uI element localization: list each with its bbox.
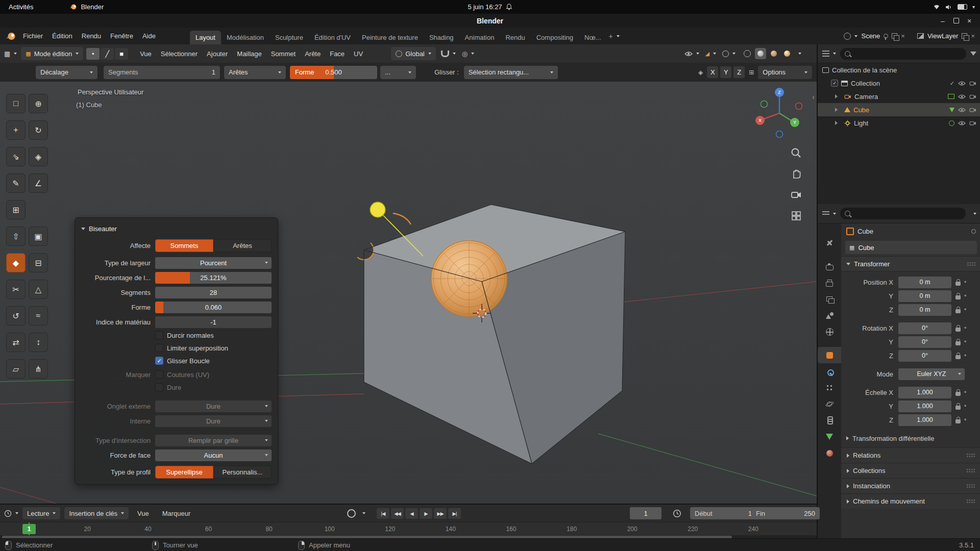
camera-data-icon[interactable]: [948, 94, 954, 99]
mark-sharp-row[interactable]: Dure: [155, 382, 272, 393]
workspace-tab[interactable]: Peinture de texture: [356, 31, 424, 44]
viewport-menu-item[interactable]: Face: [325, 48, 349, 59]
animate-dot-icon[interactable]: •: [964, 416, 966, 423]
workspace-tab[interactable]: Nœ...: [579, 31, 607, 44]
transform-value-field[interactable]: 0°: [898, 350, 951, 362]
light-object-row[interactable]: Light: [818, 116, 980, 130]
render-camera-icon[interactable]: [969, 107, 976, 113]
clock-menu[interactable]: 5 juin 16:27: [468, 3, 512, 11]
tool-button[interactable]: △: [29, 280, 48, 299]
panel-grip[interactable]: [966, 484, 975, 488]
lock-icon[interactable]: [955, 341, 961, 345]
transform-value-field[interactable]: 1.000: [898, 414, 951, 426]
unlink-scene-icon[interactable]: ×: [901, 32, 905, 40]
use-preview-range-icon[interactable]: [673, 509, 681, 518]
tool-button[interactable]: ✂: [6, 280, 26, 299]
filter-icon[interactable]: [970, 52, 976, 56]
timeline-marker-menu[interactable]: Marqueur: [158, 508, 195, 519]
lock-icon[interactable]: [955, 295, 961, 299]
properties-section-header[interactable]: Chemins de mouvement: [841, 493, 980, 509]
axis-z-toggle[interactable]: Z: [733, 66, 745, 78]
viewport[interactable]: X Y Z Perspective Utilisateur (1) Cube ‹…: [0, 82, 817, 504]
profile-superellipse-button[interactable]: Superellipse: [155, 466, 213, 479]
tool-button[interactable]: ▱: [6, 359, 26, 379]
viewport-menu-item[interactable]: Sommet: [266, 48, 300, 59]
loop-slide-row[interactable]: ✓Glisser Boucle: [155, 355, 272, 366]
tool-button[interactable]: ≈: [29, 306, 48, 325]
width-type-dropdown[interactable]: Pourcent: [155, 257, 272, 269]
tool-button[interactable]: ⊟: [29, 253, 48, 272]
transform-value-field[interactable]: 1.000: [898, 387, 951, 398]
remove-viewlayer-icon[interactable]: ×: [971, 32, 975, 40]
collection-row[interactable]: ✓ Collection ✓: [818, 77, 980, 90]
shading-solid-button[interactable]: [755, 48, 766, 59]
window-titlebar[interactable]: Blender – ×: [0, 14, 980, 28]
bevel-panel-header[interactable]: Biseauter: [81, 222, 272, 235]
transport-button[interactable]: ▶▶: [434, 508, 447, 519]
timeline-ruler[interactable]: 20406080100120140160180200220240 1: [0, 522, 817, 536]
harden-normals-row[interactable]: Durcir normales: [155, 330, 272, 341]
hide-eye-icon[interactable]: [958, 81, 966, 86]
decalage-dropdown[interactable]: Décalage: [36, 66, 97, 79]
face-strength-dropdown[interactable]: Aucun: [155, 449, 272, 461]
animate-dot-icon[interactable]: •: [964, 403, 966, 410]
cube-object[interactable]: [354, 205, 625, 464]
mark-seams-checkbox[interactable]: [155, 370, 163, 379]
transport-button[interactable]: |◀: [377, 508, 389, 519]
workspace-tab[interactable]: Sculpture: [270, 31, 309, 44]
camera-object-row[interactable]: Camera: [818, 90, 980, 103]
edge-select-button[interactable]: ╱: [101, 48, 114, 60]
lock-icon[interactable]: [955, 392, 961, 396]
material-index-field[interactable]: -1: [155, 316, 272, 328]
transform-value-field[interactable]: 0 m: [898, 290, 951, 302]
transform-value-field[interactable]: 0°: [898, 322, 951, 334]
workspace-tab[interactable]: Édition d'UV: [309, 31, 356, 44]
render-camera-icon[interactable]: [969, 94, 976, 99]
properties-section-header[interactable]: Instanciation: [841, 478, 980, 493]
hide-eye-icon[interactable]: [958, 120, 966, 126]
activities-button[interactable]: Activités: [4, 2, 38, 12]
tab-tool[interactable]: [818, 235, 841, 251]
transport-button[interactable]: ▶|: [448, 508, 461, 519]
animate-dot-icon[interactable]: •: [964, 352, 966, 359]
face-select-button[interactable]: ■: [115, 48, 128, 60]
visibility-dropdown[interactable]: [684, 51, 699, 57]
workspace-tab[interactable]: Animation: [459, 31, 500, 44]
miter-inner-dropdown[interactable]: Dure: [155, 415, 272, 427]
transform-orientation-selector[interactable]: Global: [391, 47, 436, 60]
lock-icon[interactable]: [955, 406, 961, 410]
shading-wireframe-button[interactable]: [742, 48, 753, 59]
expand-icon[interactable]: [835, 108, 838, 112]
app-menu-item[interactable]: Édition: [47, 31, 77, 41]
focused-app-indicator[interactable]: Blender: [69, 3, 104, 11]
forme-slider[interactable]: Forme 0.500: [290, 66, 377, 79]
outliner-search-input[interactable]: [840, 48, 966, 60]
shape-slider[interactable]: 0.060: [155, 302, 272, 313]
tool-button[interactable]: ↺: [6, 306, 26, 325]
panel-grip[interactable]: [966, 499, 975, 504]
transform-value-field[interactable]: Euler XYZ: [898, 368, 965, 380]
tab-material[interactable]: [818, 445, 841, 461]
snap-target-icon[interactable]: ⊞: [749, 69, 754, 76]
pin-id-icon[interactable]: [971, 228, 976, 235]
tool-button[interactable]: ↻: [29, 120, 48, 140]
new-scene-icon[interactable]: [892, 33, 897, 39]
tab-constraints[interactable]: [818, 412, 841, 429]
tool-button[interactable]: ◈: [29, 147, 48, 166]
proportional-editing-button[interactable]: ◎: [462, 50, 474, 58]
vertex-select-button[interactable]: •: [86, 48, 100, 60]
animate-dot-icon[interactable]: •: [964, 306, 966, 313]
viewport-menu-item[interactable]: Vue: [135, 48, 156, 59]
tab-object-data[interactable]: [818, 429, 841, 445]
tool-button[interactable]: ✎: [6, 173, 26, 193]
animate-dot-icon[interactable]: •: [964, 292, 966, 299]
expand-icon[interactable]: [835, 121, 838, 125]
tool-button[interactable]: ↕: [29, 333, 48, 352]
playback-dropdown[interactable]: Lecture: [22, 507, 60, 519]
tool-button[interactable]: ∠: [29, 173, 48, 193]
timeline-view-menu[interactable]: Vue: [133, 508, 154, 519]
gizmos-dropdown[interactable]: ◢: [705, 51, 716, 57]
animate-dot-icon[interactable]: •: [964, 324, 966, 332]
panel-grip[interactable]: [966, 453, 975, 458]
timeline-editor-type-button[interactable]: [4, 510, 18, 517]
